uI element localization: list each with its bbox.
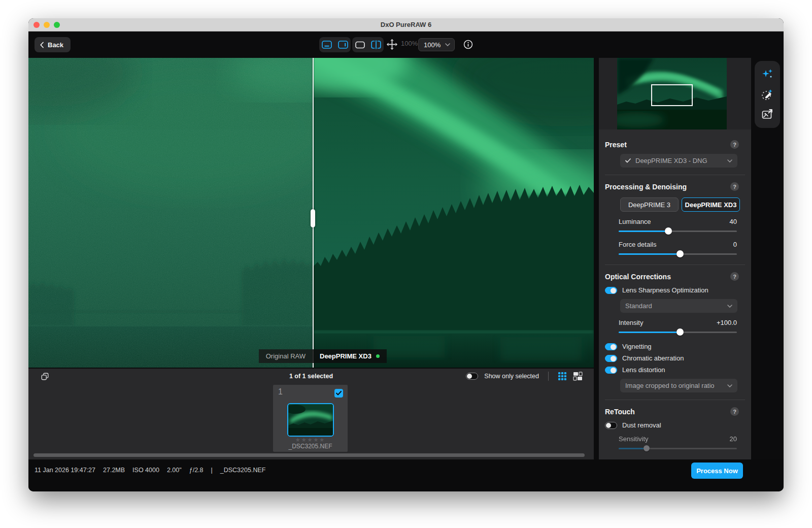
dust-removal-label: Dust removal — [622, 421, 661, 429]
navigator-strip — [599, 58, 751, 129]
item-thumbnail[interactable] — [287, 403, 334, 437]
show-bottom-panel-icon[interactable] — [321, 40, 332, 49]
chromatic-aberration-label: Chromatic aberration — [622, 354, 684, 362]
item-index: 1 — [278, 387, 283, 397]
close-window-button[interactable] — [33, 22, 40, 28]
navigator-viewport-rect[interactable] — [651, 84, 693, 106]
chevron-down-icon — [727, 159, 732, 162]
mosaic-view-icon[interactable] — [573, 372, 583, 381]
settings-sidebar: Preset ? DeepPRIME XD3 - DNG Processing … — [599, 58, 751, 459]
item-filename: _DSC3205.NEF — [273, 443, 348, 450]
sensitivity-slider[interactable] — [619, 445, 737, 452]
lens-sharpness-mode-select[interactable]: Standard — [620, 299, 737, 313]
lens-distortion-toggle[interactable] — [605, 367, 617, 374]
sensitivity-label: Sensitivity — [619, 435, 649, 443]
intensity-slider-knob[interactable] — [676, 328, 684, 336]
intensity-label: Intensity — [619, 319, 643, 326]
meta-filename: _DSC3205.NEF — [220, 467, 266, 474]
preset-title: Preset — [605, 141, 627, 149]
pan-tool-icon[interactable] — [386, 39, 398, 50]
processing-title: Processing & Denoising — [605, 183, 687, 191]
retouch-help-icon[interactable]: ? — [730, 407, 739, 416]
processed-status-dot — [376, 354, 380, 358]
check-icon — [625, 158, 631, 163]
grid-view-icon[interactable] — [558, 372, 567, 381]
lens-sharpness-toggle[interactable] — [605, 287, 617, 294]
show-only-selected-label: Show only selected — [484, 373, 539, 380]
lens-distortion-mode-select[interactable]: Image cropped to original ratio — [620, 379, 737, 392]
view-mode-group — [352, 37, 384, 52]
lens-distortion-mode-value: Image cropped to original ratio — [625, 382, 715, 389]
meta-separator: | — [211, 467, 213, 474]
meta-aperture: ƒ/2.8 — [189, 467, 204, 474]
settings-panel: Preset ? DeepPRIME XD3 - DNG Processing … — [599, 129, 751, 459]
optical-help-icon[interactable]: ? — [730, 272, 739, 281]
zoom-window-button[interactable] — [54, 22, 60, 28]
item-selected-checkbox[interactable] — [334, 389, 343, 398]
zoom-level-value: 100% — [424, 41, 441, 49]
processing-help-icon[interactable]: ? — [730, 182, 739, 191]
retouch-brush-icon[interactable] — [761, 88, 774, 101]
meta-shutter: 2.00" — [167, 467, 182, 474]
sensitivity-value: 20 — [730, 435, 737, 443]
retouch-title: ReTouch — [605, 408, 635, 416]
meta-filesize: 27.2MB — [103, 467, 125, 474]
thumbnail-image — [288, 404, 333, 436]
intensity-value: +100.0 — [717, 319, 737, 326]
toolbar: Back — [28, 31, 784, 58]
intensity-slider[interactable] — [619, 328, 737, 336]
lens-distortion-label: Lens distortion — [622, 366, 665, 374]
lens-sharpness-mode-value: Standard — [625, 302, 652, 310]
meta-iso: ISO 4000 — [132, 467, 159, 474]
preset-value: DeepPRIME XD3 - DNG — [635, 157, 707, 164]
meta-datetime: 11 Jan 2026 19:47:27 — [35, 467, 95, 474]
process-now-button[interactable]: Process Now — [691, 463, 743, 479]
force-details-slider[interactable] — [619, 250, 737, 257]
compare-divider-handle[interactable] — [311, 209, 315, 227]
preset-help-icon[interactable]: ? — [730, 140, 739, 149]
titlebar: DxO PureRAW 6 — [28, 18, 784, 31]
sensitivity-slider-knob[interactable] — [644, 445, 650, 451]
minimize-window-button[interactable] — [44, 22, 50, 28]
filmstrip-scrollbar[interactable] — [33, 453, 585, 457]
force-details-label: Force details — [619, 241, 656, 248]
divider — [548, 372, 549, 381]
filmstrip-item[interactable]: 1 ★★★★★ _DSC3205.NEF — [273, 385, 348, 452]
back-label: Back — [48, 41, 63, 49]
luminance-slider[interactable] — [619, 227, 737, 235]
zoom-level-select[interactable]: 100% — [418, 38, 455, 51]
export-image-icon[interactable] — [761, 108, 774, 121]
after-label: DeepPRIME XD3 — [313, 349, 387, 363]
force-details-value: 0 — [733, 241, 737, 248]
enhance-sparkles-icon[interactable] — [761, 68, 774, 81]
show-right-panel-icon[interactable] — [337, 40, 349, 49]
before-label: Original RAW — [259, 349, 313, 363]
dust-removal-toggle[interactable] — [605, 422, 617, 429]
chromatic-aberration-toggle[interactable] — [605, 355, 617, 362]
navigator-thumbnail[interactable] — [617, 58, 727, 129]
chevron-down-icon — [445, 43, 450, 46]
single-view-icon[interactable] — [355, 41, 365, 49]
preset-select[interactable]: DeepPRIME XD3 - DNG — [620, 154, 737, 168]
luminance-slider-knob[interactable] — [665, 227, 672, 235]
show-only-selected-toggle[interactable] — [466, 373, 478, 380]
zoom-readout: 100% — [401, 40, 418, 47]
optical-title: Optical Corrections — [605, 273, 671, 281]
chevron-down-icon — [727, 305, 732, 308]
chevron-left-icon — [40, 42, 44, 48]
panel-visibility-group — [319, 37, 351, 52]
info-icon[interactable] — [463, 39, 473, 50]
vignetting-toggle[interactable] — [605, 343, 617, 350]
back-button[interactable]: Back — [35, 37, 71, 52]
window-title: DxO PureRAW 6 — [381, 21, 431, 28]
image-compare-view[interactable]: Original RAW DeepPRIME XD3 — [28, 58, 594, 368]
luminance-value: 40 — [730, 218, 737, 225]
split-compare-view-icon[interactable] — [370, 40, 382, 49]
app-window: DxO PureRAW 6 Back — [28, 18, 784, 491]
force-details-slider-knob[interactable] — [676, 250, 684, 257]
mode-deepprime3-button[interactable]: DeepPRIME 3 — [620, 197, 679, 212]
luminance-label: Luminance — [619, 218, 651, 225]
mode-deepprime-xd3-button[interactable]: DeepPRIME XD3 — [682, 197, 740, 212]
chevron-down-icon — [727, 384, 732, 387]
filmstrip: 1 of 1 selected Show only selected — [28, 369, 594, 459]
